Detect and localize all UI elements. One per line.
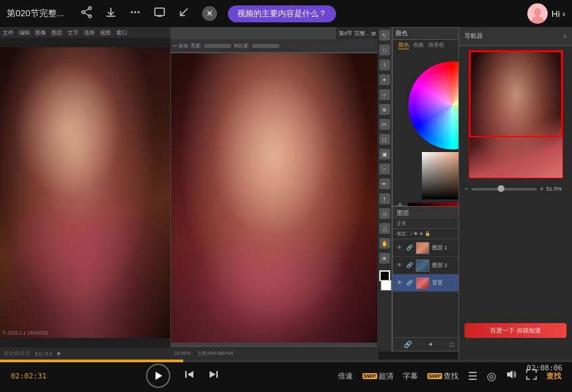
bottom-control-bar: 02:02:31 倍速 SWP超清 字幕 SWP查找 xyxy=(0,360,572,392)
ps-left-statusbar: ⊡ ⊡ ⊡ ⊡ ⊡ 0.0 / 0.0 ▶ xyxy=(0,347,170,360)
time-total: 02:08:06 xyxy=(525,364,563,372)
time-current: 02:02:31 xyxy=(11,372,48,381)
playback-controls xyxy=(146,364,219,388)
bg-color-swatch[interactable] xyxy=(381,280,391,291)
subtitle-button[interactable]: 字幕 xyxy=(403,371,418,381)
ps-right-panel: 导航器 ≡ − + 51.5% 百度一下 你就知道 xyxy=(458,27,572,360)
ps-toolbar-row: ↩ 自动 亮度: 对比度: xyxy=(170,39,379,53)
layer-thumb-3 xyxy=(416,277,429,289)
photo-watermark: © 2022.1.1 24/4/2022 xyxy=(3,330,48,335)
main-editing-photo xyxy=(170,53,379,343)
top-bar: 第020节完整... xyxy=(0,0,572,27)
tool-dodge[interactable]: ○ xyxy=(379,164,390,174)
brightness-slider[interactable] xyxy=(204,44,231,48)
tool-select[interactable]: □ xyxy=(379,45,390,55)
prev-chapter-button[interactable] xyxy=(184,369,195,383)
target-icon[interactable]: ◎ xyxy=(487,370,496,383)
tool-zoom[interactable]: ⊕ xyxy=(379,253,390,264)
svg-point-11 xyxy=(534,8,541,16)
speed-button[interactable]: 倍速 xyxy=(338,371,353,381)
svg-marker-18 xyxy=(507,370,513,378)
zoom-slider[interactable] xyxy=(471,188,537,191)
layer-thumb-2 xyxy=(416,260,429,272)
next-chapter-button[interactable] xyxy=(208,369,219,383)
ai-search-box[interactable]: 视频的主要内容是什么？ xyxy=(228,5,336,22)
svg-point-2 xyxy=(89,15,91,18)
swp-search-badge: SWP xyxy=(427,373,442,379)
tool-hand[interactable]: ✋ xyxy=(379,238,390,249)
tool-pen[interactable]: ✒ xyxy=(379,178,390,189)
svg-point-1 xyxy=(82,11,85,14)
playlist-icon[interactable]: ☰ xyxy=(468,370,477,383)
back-icon[interactable] xyxy=(178,6,190,21)
download-icon[interactable] xyxy=(105,6,117,21)
close-button[interactable]: ✕ xyxy=(202,6,217,21)
svg-rect-16 xyxy=(216,371,218,378)
tool-crop[interactable]: ⊹ xyxy=(379,89,390,100)
svg-marker-17 xyxy=(210,371,216,378)
tool-lasso[interactable]: ⌇ xyxy=(379,59,390,70)
svg-rect-8 xyxy=(155,8,164,16)
tool-type[interactable]: T xyxy=(379,193,390,204)
share-icon[interactable] xyxy=(80,6,93,21)
svg-marker-15 xyxy=(187,371,193,378)
zoom-controls: − + 51.5% xyxy=(459,182,572,195)
svg-point-7 xyxy=(137,11,139,14)
svg-point-0 xyxy=(89,7,91,9)
svg-line-3 xyxy=(84,9,88,11)
progress-bar-container[interactable] xyxy=(0,360,572,362)
navigator-thumbnail xyxy=(469,50,563,178)
svg-point-6 xyxy=(134,11,136,14)
baidu-toolbar[interactable]: 百度一下 你就知道 xyxy=(464,323,567,338)
volume-icon[interactable] xyxy=(506,369,517,383)
ps-tools-panel: ↖ □ ⌇ ✦ ⊹ ⊕ ✏ ◻ ▣ ○ ✒ T ◇ △ ✋ ⊕ xyxy=(377,27,392,351)
screen-icon[interactable] xyxy=(153,6,166,21)
ps-menubar: 文件 编辑 图像 图层 文字 选择 视图 窗口 xyxy=(0,27,170,38)
swp-quality-badge: SWP xyxy=(362,373,377,379)
search-button[interactable]: SWP查找 xyxy=(427,371,458,381)
tool-move[interactable]: ↖ xyxy=(379,30,390,41)
svg-rect-14 xyxy=(185,371,187,378)
tool-patch[interactable]: ⊕ xyxy=(379,104,390,115)
tool-brush[interactable]: ✏ xyxy=(379,119,390,130)
tool-eraser[interactable]: ◻ xyxy=(379,134,390,145)
tool-gradient[interactable]: ▣ xyxy=(379,149,390,160)
user-avatar-area: Hi › xyxy=(527,3,565,24)
contrast-slider[interactable] xyxy=(252,44,279,48)
tool-path[interactable]: ◇ xyxy=(379,208,390,219)
top-icons: ✕ xyxy=(80,6,217,21)
play-button[interactable] xyxy=(146,364,170,388)
main-video-area: 文件 编辑 图像 图层 文字 选择 视图 窗口 © 2022.1.1 24/4/… xyxy=(0,27,572,360)
layer-thumb-1 xyxy=(416,242,429,254)
quality-button[interactable]: SWP超清 xyxy=(362,371,394,381)
more-icon[interactable] xyxy=(129,6,141,21)
left-photo-panel: © 2022.1.1 24/4/2022 xyxy=(0,47,170,338)
progress-fill xyxy=(0,360,183,362)
svg-marker-13 xyxy=(156,372,162,380)
svg-point-5 xyxy=(130,11,133,14)
svg-line-4 xyxy=(84,13,88,16)
user-avatar[interactable] xyxy=(527,3,548,24)
tool-magic[interactable]: ✦ xyxy=(379,74,390,85)
hi-label[interactable]: Hi › xyxy=(552,9,565,19)
ps-status-bar: 15.99% 文档:494.6M/494 xyxy=(170,346,379,360)
tool-shape[interactable]: △ xyxy=(379,223,390,234)
video-title: 第020节完整... xyxy=(7,7,64,20)
ps-right-panel-header: 导航器 ≡ xyxy=(459,27,572,46)
